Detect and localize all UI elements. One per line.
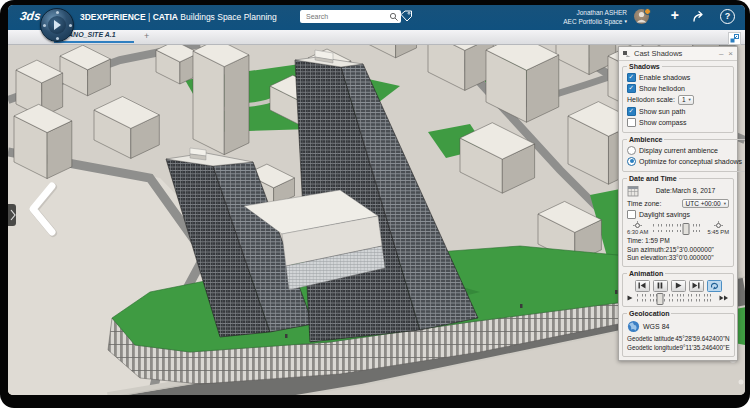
manipulator-dot-2[interactable]: [739, 380, 744, 385]
help-button[interactable]: ?: [720, 9, 735, 24]
show-compass-checkbox[interactable]: [627, 118, 636, 127]
date-value: March 8, 2017: [672, 187, 715, 194]
play-icon: [54, 20, 61, 30]
add-button[interactable]: +: [671, 7, 679, 23]
compass-south-dot: [56, 37, 59, 40]
latitude-value: 45°28'59.642400''N: [675, 335, 729, 342]
date-text: Date:March 8, 2017: [642, 187, 729, 194]
ambience-legend: Ambience: [627, 136, 664, 143]
daylight-savings-label: Daylight savings: [639, 211, 690, 218]
show-sun-path-checkbox[interactable]: [627, 107, 636, 116]
skip-start-icon: [638, 282, 646, 289]
expand-icon[interactable]: [728, 32, 741, 45]
geodetic-datum: WGS 84: [643, 323, 669, 330]
ambience-group: Ambience Display current ambience Optimi…: [622, 136, 745, 172]
tab-bar: MILANO_SITE A.1 +: [8, 30, 745, 45]
play-icon: [675, 282, 682, 289]
panel-header[interactable]: Cast Shadows – ×: [619, 47, 737, 61]
skip-end-icon: [692, 282, 700, 289]
notification-dot: [644, 8, 651, 15]
brand-separator: |: [148, 12, 150, 22]
show-heliodon-checkbox[interactable]: [627, 84, 636, 93]
date-label: Date:: [656, 187, 672, 194]
sunrise-time: 6:30 AM: [627, 229, 648, 235]
enable-shadows-checkbox[interactable]: [627, 73, 636, 82]
latitude-label: Geodetic latitude: [627, 335, 674, 342]
sunset-time: 5:45 PM: [707, 229, 729, 235]
suite-name: Buildings Space Planning: [180, 12, 276, 22]
pause-icon: [657, 282, 663, 289]
geolocation-legend: Geolocation: [627, 310, 671, 317]
timezone-label: Time zone:: [627, 200, 661, 207]
datetime-legend: Date and Time: [627, 175, 679, 182]
compass-west-dot: [43, 24, 46, 27]
sunset-icon: [713, 221, 724, 229]
sun-azimuth-text: Sun azimuth:215°3'0.000000": [627, 246, 729, 253]
tag-icon[interactable]: [400, 10, 413, 22]
panel-title: Cast Shadows: [634, 49, 715, 58]
dropdown-arrow-icon: ▾: [689, 97, 691, 102]
search-input[interactable]: [304, 12, 389, 21]
display-ambience-label: Display current ambience: [639, 147, 718, 154]
new-tab-button[interactable]: +: [144, 31, 149, 41]
heliodon-scale-label: Heliodon scale:: [627, 96, 675, 103]
optimize-shadows-radio[interactable]: [627, 157, 636, 166]
shadows-legend: Shadows: [627, 63, 662, 70]
time-slider-handle[interactable]: [682, 223, 689, 235]
app-title: 3DEXPERIENCE | CATIA Buildings Space Pla…: [80, 12, 277, 22]
animation-speed-slider[interactable]: [637, 294, 715, 302]
globe-icon: [627, 320, 640, 333]
fast-speed-icon: [719, 295, 729, 301]
pause-button[interactable]: [653, 280, 668, 292]
user-block[interactable]: Jonathan ASHER AEC Portfolio Space▾: [563, 8, 627, 26]
datetime-group: Date and Time Date:March 8, 2017 Time zo…: [622, 175, 734, 267]
chevron-down-icon: ▾: [624, 17, 627, 26]
longitude-value: 9°11'35.246400''E: [680, 344, 730, 351]
timezone-value: UTC +00:00: [686, 200, 721, 207]
avatar[interactable]: [634, 9, 649, 24]
calendar-icon[interactable]: [627, 185, 639, 197]
heliodon-scale-value: 1: [682, 96, 686, 103]
timezone-select[interactable]: UTC +00:00▾: [682, 199, 730, 209]
sunset-column: 5:45 PM: [707, 221, 729, 235]
enable-shadows-label: Enable shadows: [639, 74, 690, 81]
3d-viewport[interactable]: Cast Shadows – × Shadows Enable shadows …: [8, 44, 745, 395]
side-panel-pull-tab[interactable]: [8, 204, 16, 226]
sun-elevation-text: Sun elevation:33°0'0.000000": [627, 254, 729, 261]
minimize-button[interactable]: –: [718, 50, 724, 57]
cast-shadows-icon: [622, 50, 631, 58]
longitude-label: Geodetic longitude: [627, 344, 680, 351]
active-tab-underline: [54, 41, 134, 43]
show-sun-path-label: Show sun path: [639, 108, 685, 115]
dropdown-arrow-icon: ▾: [724, 201, 726, 206]
animation-group: Animation: [622, 270, 734, 307]
current-time-text: Time: 1:59 PM: [627, 237, 729, 244]
speed-slider-handle[interactable]: [657, 293, 664, 305]
heliodon-scale-select[interactable]: 1▾: [678, 95, 694, 105]
loop-icon: [710, 282, 719, 290]
slow-speed-icon: [627, 295, 633, 301]
show-compass-label: Show compass: [639, 119, 686, 126]
app-window: 3ds 3DEXPERIENCE | CATIA Buildings Space…: [8, 5, 745, 395]
daylight-savings-checkbox[interactable]: [627, 210, 636, 219]
close-button[interactable]: ×: [727, 50, 734, 57]
skip-to-end-button[interactable]: [689, 280, 704, 292]
optimize-shadows-label: Optimize for conceptual shadows: [639, 158, 742, 165]
compass-widget[interactable]: [40, 8, 74, 42]
search-box[interactable]: [300, 10, 401, 23]
display-ambience-radio[interactable]: [627, 146, 636, 155]
share-icon[interactable]: [692, 10, 707, 23]
top-bar: 3ds 3DEXPERIENCE | CATIA Buildings Space…: [8, 5, 745, 30]
user-name: Jonathan ASHER: [576, 9, 627, 16]
skip-to-start-button[interactable]: [635, 280, 650, 292]
play-button[interactable]: [671, 280, 686, 292]
workspace-name: AEC Portfolio Space: [563, 17, 622, 26]
animation-legend: Animation: [627, 270, 665, 277]
cast-shadows-panel: Cast Shadows – × Shadows Enable shadows …: [618, 46, 738, 361]
screenshot-frame: 3ds 3DEXPERIENCE | CATIA Buildings Space…: [0, 0, 750, 408]
time-of-day-slider[interactable]: [653, 224, 702, 232]
sunrise-column: 6:30 AM: [627, 221, 648, 235]
brand-name: 3DEXPERIENCE: [80, 12, 146, 22]
app-name: CATIA: [153, 12, 178, 22]
loop-button[interactable]: [707, 280, 722, 292]
